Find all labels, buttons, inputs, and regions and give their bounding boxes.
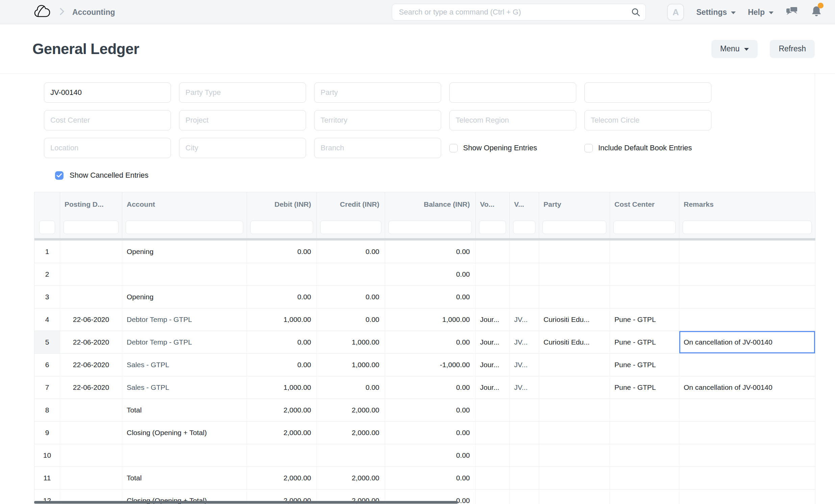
account-cell[interactable]: Total (122, 467, 247, 489)
voucher-no-cell[interactable] (510, 263, 539, 286)
menu-button[interactable]: Menu (711, 40, 758, 58)
extra-filter-2[interactable] (584, 82, 711, 103)
balance-cell[interactable]: 0.00 (385, 376, 475, 399)
party-filter[interactable] (314, 82, 441, 103)
cost-center-cell[interactable] (610, 467, 679, 489)
party-cell[interactable] (539, 399, 610, 422)
remarks-cell[interactable] (679, 308, 815, 331)
account-cell[interactable]: Sales - GTPL (122, 354, 247, 376)
voucher-type-cell[interactable] (475, 263, 510, 286)
row-number-cell[interactable]: 4 (35, 308, 60, 331)
voucher-type-cell[interactable] (475, 467, 510, 489)
voucher-no-filter[interactable] (44, 82, 171, 103)
party-cell[interactable] (539, 263, 610, 286)
voucher-type-cell[interactable] (475, 422, 510, 444)
row-number-cell[interactable]: 6 (35, 354, 60, 376)
row-number-cell[interactable]: 5 (35, 331, 60, 354)
breadcrumb[interactable]: Accounting (72, 8, 115, 17)
cost-center-cell[interactable] (610, 444, 679, 467)
account-cell[interactable]: Closing (Opening + Total) (122, 422, 247, 444)
column-filter-input[interactable] (388, 221, 472, 234)
posting-date-cell[interactable] (60, 399, 122, 422)
col-header-credit[interactable]: Credit (INR) (317, 192, 385, 217)
row-number-cell[interactable]: 2 (35, 263, 60, 286)
voucher-no-cell[interactable] (510, 399, 539, 422)
col-header-cost-center[interactable]: Cost Center (610, 192, 679, 217)
cost-center-cell[interactable] (610, 422, 679, 444)
voucher-no-cell[interactable]: JV... (510, 331, 539, 354)
posting-date-cell[interactable] (60, 286, 122, 308)
row-number-cell[interactable]: 7 (35, 376, 60, 399)
col-header-party[interactable]: Party (539, 192, 610, 217)
party-cell[interactable] (539, 444, 610, 467)
col-header-index[interactable] (35, 192, 60, 217)
account-cell[interactable] (122, 263, 247, 286)
chat-icon[interactable] (786, 6, 798, 19)
remarks-cell[interactable] (679, 444, 815, 467)
branch-filter[interactable] (314, 138, 441, 158)
balance-cell[interactable]: 1,000.00 (385, 308, 475, 331)
help-menu[interactable]: Help (748, 8, 774, 17)
voucher-type-cell[interactable] (475, 286, 510, 308)
horizontal-scrollbar-thumb[interactable] (34, 501, 458, 504)
cost-center-cell[interactable] (610, 263, 679, 286)
debit-cell[interactable]: 0.00 (247, 241, 317, 263)
voucher-type-cell[interactable] (475, 399, 510, 422)
row-number-cell[interactable]: 11 (35, 467, 60, 489)
party-cell[interactable] (539, 422, 610, 444)
posting-date-cell[interactable]: 22-06-2020 (60, 331, 122, 354)
posting-date-cell[interactable] (60, 263, 122, 286)
posting-date-cell[interactable] (60, 241, 122, 263)
column-filter-input[interactable] (613, 221, 676, 234)
voucher-type-cell[interactable] (475, 444, 510, 467)
balance-cell[interactable]: 0.00 (385, 422, 475, 444)
cloud-logo-icon[interactable] (34, 4, 52, 20)
col-header-balance[interactable]: Balance (INR) (385, 192, 475, 217)
column-filter-input[interactable] (683, 221, 812, 234)
col-header-posting-date[interactable]: Posting D... (60, 192, 122, 217)
voucher-no-cell[interactable] (510, 444, 539, 467)
account-cell[interactable]: Opening (122, 241, 247, 263)
debit-cell[interactable]: 0.00 (247, 286, 317, 308)
col-header-debit[interactable]: Debit (INR) (247, 192, 317, 217)
row-number-cell[interactable]: 1 (35, 241, 60, 263)
party-cell[interactable] (539, 489, 610, 504)
account-cell[interactable]: Debtor Temp - GTPL (122, 331, 247, 354)
balance-cell[interactable]: -1,000.00 (385, 354, 475, 376)
voucher-no-cell[interactable] (510, 467, 539, 489)
cost-center-cell[interactable] (610, 286, 679, 308)
remarks-cell[interactable] (679, 467, 815, 489)
credit-cell[interactable] (317, 444, 385, 467)
credit-cell[interactable]: 2,000.00 (317, 422, 385, 444)
balance-cell[interactable]: 0.00 (385, 444, 475, 467)
column-filter-input[interactable] (513, 221, 535, 234)
remarks-cell[interactable] (679, 399, 815, 422)
voucher-type-cell[interactable] (475, 241, 510, 263)
column-filter-input[interactable] (479, 221, 506, 234)
debit-cell[interactable] (247, 263, 317, 286)
credit-cell[interactable]: 0.00 (317, 241, 385, 263)
cost-center-cell[interactable]: Pune - GTPL (610, 354, 679, 376)
account-cell[interactable]: Total (122, 399, 247, 422)
remarks-cell[interactable]: On cancellation of JV-00140 (679, 331, 815, 354)
voucher-no-cell[interactable]: JV... (510, 308, 539, 331)
party-cell[interactable] (539, 286, 610, 308)
show-cancelled-entries-checkbox[interactable] (55, 171, 63, 180)
col-header-account[interactable]: Account (122, 192, 247, 217)
account-cell[interactable]: Opening (122, 286, 247, 308)
debit-cell[interactable]: 2,000.00 (247, 399, 317, 422)
credit-cell[interactable]: 0.00 (317, 308, 385, 331)
city-filter[interactable] (179, 138, 306, 158)
posting-date-cell[interactable]: 22-06-2020 (60, 308, 122, 331)
credit-cell[interactable]: 1,000.00 (317, 354, 385, 376)
debit-cell[interactable]: 0.00 (247, 354, 317, 376)
column-filter-input[interactable] (63, 221, 119, 234)
posting-date-cell[interactable] (60, 467, 122, 489)
remarks-cell[interactable] (679, 354, 815, 376)
credit-cell[interactable]: 2,000.00 (317, 467, 385, 489)
debit-cell[interactable]: 2,000.00 (247, 422, 317, 444)
debit-cell[interactable]: 2,000.00 (247, 467, 317, 489)
include-default-book-entries-checkbox[interactable] (584, 144, 593, 152)
cost-center-cell[interactable]: Pune - GTPL (610, 376, 679, 399)
balance-cell[interactable]: 0.00 (385, 263, 475, 286)
